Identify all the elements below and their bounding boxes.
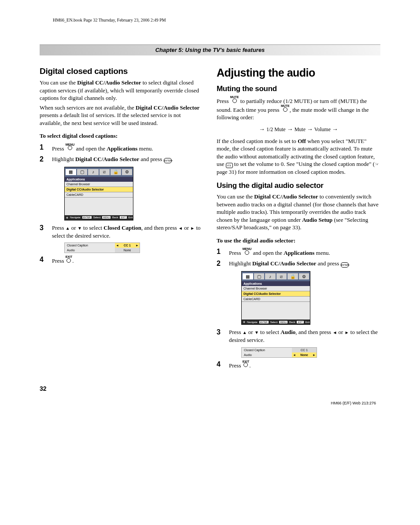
option-row: Closed Caption CC 1 <box>242 348 317 352</box>
menu-title: Applications <box>65 177 133 182</box>
menu-item: Channel Browser <box>65 182 133 187</box>
heading-adjusting-audio: Adjusting the audio <box>217 66 380 79</box>
tab-icon: ▢ <box>77 169 88 175</box>
menu-tabs: ▦ ▢ ♪ ⎚ 🔒 ⚙ <box>242 272 310 281</box>
tab-icon: ⚙ <box>122 169 133 175</box>
option-box: Closed Caption ◄CC 1► Audio None <box>64 242 140 253</box>
tab-icon: ▢ <box>254 273 265 279</box>
menu-screenshot: ▦ ▢ ♪ ⎚ 🔒 ⚙ Applications Channel Browser… <box>64 167 133 220</box>
pointer-icon: ☞ <box>375 162 379 167</box>
left-column: Digital closed captions You can use the … <box>40 66 203 372</box>
step-2: 2 Highlight Digital CC/Audio Selector an… <box>40 155 203 163</box>
vol-button-icon: VOL <box>226 163 233 168</box>
menu-screenshot: ▦ ▢ ♪ ⎚ 🔒 ⚙ Applications Channel Browser… <box>241 271 310 325</box>
tab-icon: ⚙ <box>299 273 309 279</box>
step-body: Highlight Digital CC/Audio Selector and … <box>229 260 380 268</box>
option-row: Audio None <box>65 248 140 253</box>
tab-icon: ⎚ <box>99 169 110 175</box>
tab-icon: 🔒 <box>287 273 298 279</box>
para: You can use the Digital CC/Audio Selecto… <box>217 193 380 231</box>
heading-digital-cc: Digital closed captions <box>40 66 203 76</box>
footer-code: HM66 (E/F) Web 213:276 <box>40 401 380 405</box>
step-1: 1 Press MENU and open the Applications m… <box>40 143 203 153</box>
menu-item-highlighted: Digital CC/Audio Selector <box>242 291 310 297</box>
step-number: 4 <box>217 360 225 368</box>
heading-muting: Muting the sound <box>217 84 380 93</box>
menu-button-label: MENU <box>66 143 75 151</box>
left-arrow-icon: ◄ <box>178 226 183 231</box>
enter-button-icon: ENTER <box>341 262 349 268</box>
heading-digital-audio-selector: Using the digital audio selector <box>217 181 380 190</box>
para: You can use the Digital CC/Audio Selecto… <box>40 79 203 102</box>
option-row: Closed Caption ◄CC 1► <box>65 243 140 248</box>
option-row: Audio ◄None► <box>242 352 317 357</box>
para: When such services are not available, th… <box>40 104 203 127</box>
right-column: Adjusting the audio Muting the sound Pre… <box>217 66 380 372</box>
exit-button-label: EXIT <box>243 360 250 367</box>
menu-item: CableCARD <box>242 297 310 302</box>
enter-button-icon: ENTER <box>164 158 172 163</box>
tab-icon: ▦ <box>243 273 253 279</box>
mute-button-label: MUTE <box>230 96 239 103</box>
para: If the closed caption mode is set to Off… <box>217 137 380 176</box>
tab-icon: ♪ <box>88 169 99 175</box>
up-arrow-icon: ▲ <box>243 330 247 335</box>
step-body: Highlight Digital CC/Audio Selector and … <box>52 155 203 163</box>
down-arrow-icon: ▼ <box>77 226 82 231</box>
right-arrow-icon: ► <box>190 226 195 231</box>
exit-button-label: EXIT <box>66 256 73 263</box>
sub-heading: To use the digital audio selector: <box>217 237 380 245</box>
menu-item: Channel Browser <box>242 286 310 291</box>
right-arrow-icon: ► <box>345 330 349 335</box>
step-body: Press ▲ or ▼ to select Closed Caption, a… <box>52 224 203 240</box>
tab-icon: 🔒 <box>111 169 121 175</box>
menu-button-label: MENU <box>243 248 252 255</box>
step-number: 2 <box>40 155 48 163</box>
tab-icon: ⎚ <box>276 273 287 279</box>
tab-icon: ♪ <box>265 273 276 279</box>
step-number: 3 <box>40 224 48 232</box>
step-body: Press MENU and open the Applications men… <box>52 143 203 153</box>
step-number: 3 <box>217 328 225 336</box>
menu-footer: ✥Navigate ENTERSelect MENUBack EXITExit <box>242 319 310 324</box>
step-number: 1 <box>217 248 225 256</box>
step-number: 1 <box>40 143 48 151</box>
down-arrow-icon: ▼ <box>254 330 259 335</box>
step-body: Press MENU and open the Applications men… <box>229 248 380 257</box>
step-body: Press EXIT. <box>229 360 380 370</box>
step-number: 4 <box>40 256 48 264</box>
mute-flow-diagram: → 1/2 Mute → Mute → Volume → <box>217 126 380 133</box>
menu-footer: ✥Navigate ENTERSelect MENUBack EXITExit <box>65 215 133 220</box>
menu-tabs: ▦ ▢ ♪ ⎚ 🔒 ⚙ <box>65 167 133 177</box>
header-meta: HM66_EN.book Page 32 Thursday, February … <box>53 18 380 22</box>
menu-title: Applications <box>242 281 310 286</box>
chapter-bar: Chapter 5: Using the TV's basic features <box>40 44 380 55</box>
step-number: 2 <box>217 260 225 268</box>
step-body: Press ▲ or ▼ to select Audio, and then p… <box>229 328 380 344</box>
option-box: Closed Caption CC 1 Audio ◄None► <box>241 347 317 358</box>
step-3: 3 Press ▲ or ▼ to select Audio, and then… <box>217 328 380 344</box>
para: Press MUTE to partially reduce (1/2 MUTE… <box>217 96 380 121</box>
step-3: 3 Press ▲ or ▼ to select Closed Caption,… <box>40 224 203 240</box>
menu-item-highlighted: Digital CC/Audio Selector <box>65 187 133 192</box>
page: HM66_EN.book Page 32 Thursday, February … <box>0 0 420 419</box>
up-arrow-icon: ▲ <box>66 226 70 231</box>
step-1: 1 Press MENU and open the Applications m… <box>217 248 380 257</box>
columns: Digital closed captions You can use the … <box>40 66 380 372</box>
step-body: Press EXIT. <box>52 256 203 265</box>
left-arrow-icon: ◄ <box>332 330 337 335</box>
step-2: 2 Highlight Digital CC/Audio Selector an… <box>217 260 380 268</box>
page-number: 32 <box>40 385 380 392</box>
menu-item: CableCARD <box>65 192 133 198</box>
tab-icon: ▦ <box>66 169 76 175</box>
sub-heading: To select digital closed captions: <box>40 132 203 140</box>
step-4: 4 Press EXIT. <box>40 256 203 265</box>
step-4: 4 Press EXIT. <box>217 360 380 370</box>
mute-button-label: MUTE <box>281 105 290 112</box>
